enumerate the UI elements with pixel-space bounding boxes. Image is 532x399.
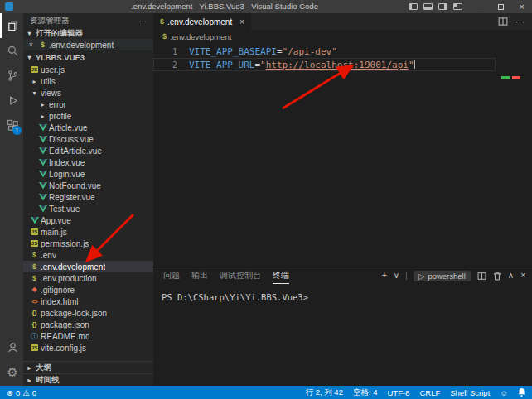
indentation-status[interactable]: 空格: 4 [353,387,378,398]
tree-item-EditArticle.vue[interactable]: EditArticle.vue [23,145,153,156]
tree-item-App.vue[interactable]: App.vue [23,214,153,226]
tab-debug-console[interactable]: 调试控制台 [220,267,261,284]
open-editor-item[interactable]: × $ .env.development [23,39,153,50]
new-terminal-icon[interactable]: + [382,272,387,280]
tree-item-README.md[interactable]: ⓘREADME.md [23,330,153,342]
tree-item-profile[interactable]: ▸profile [23,110,153,122]
vue-file-icon [36,171,49,178]
toggle-secondary-sidebar-icon[interactable] [438,3,447,10]
tree-item-package-lock.json[interactable]: {}package-lock.json [23,307,153,319]
tree-item-user.js[interactable]: JSuser.js [23,64,153,75]
terminal-output[interactable]: PS D:\CSharp\Yi\Yi.BBS.Vue3> [153,284,532,302]
tree-item-Login.vue[interactable]: Login.vue [23,168,153,180]
shell-file-icon: $ [160,18,164,26]
env-key: VITE_APP_BASEAPI [189,46,277,57]
tree-item-NotFound.vue[interactable]: NotFound.vue [23,180,153,191]
tree-item-permission.js[interactable]: JSpermission.js [23,238,153,249]
tree-item-Discuss.vue[interactable]: Discuss.vue [23,133,153,145]
tree-item-Index.vue[interactable]: Index.vue [23,156,153,168]
code-area[interactable]: 1 VITE_APP_BASEAPI="/api-dev" 2 VITE_APP… [153,43,532,71]
tree-item-.env.production[interactable]: $.env.production [23,272,153,284]
env-value: "/api-dev" [283,46,337,57]
more-actions-icon[interactable]: ⋯ [515,17,525,27]
account-icon[interactable] [0,334,23,359]
more-actions-icon[interactable]: ⋯ [139,17,148,26]
vue-file-icon [36,205,49,213]
sidebar-title: 资源管理器 [30,16,70,26]
tab-terminal[interactable]: 终端 [273,267,289,284]
settings-gear-icon[interactable]: ⚙ [0,359,23,384]
activity-bar: 1 ⚙ [0,13,23,386]
readme-file-icon: ⓘ [28,333,41,340]
chevron-down-icon[interactable]: ∨ [394,272,399,280]
extensions-icon[interactable]: 1 [0,113,23,137]
bell-icon[interactable] [518,388,525,397]
outline-section-header[interactable]: ▸ 大纲 [23,361,153,373]
problems-status[interactable]: ⊗ 0 ⚠ 0 [7,388,36,397]
status-right: 行 2, 列 42 空格: 4 UTF-8 CRLF Shell Script … [306,387,525,398]
timeline-section-header[interactable]: ▸ 时间线 [23,373,153,386]
breadcrumb[interactable]: $ .env.development [153,30,532,43]
env-key: VITE_APP_URL [189,60,254,70]
tree-item-views[interactable]: ▾views [23,87,153,99]
toggle-sidebar-icon[interactable] [409,3,418,10]
search-icon[interactable] [0,38,23,63]
source-control-icon[interactable] [0,63,23,88]
tree-item-.env.development[interactable]: $.env.development [23,261,153,272]
close-panel-icon[interactable]: × [520,272,525,280]
code-line-1: 1 VITE_APP_BASEAPI="/api-dev" [153,45,496,58]
api-url-link[interactable]: http://localhost:19001/api [266,60,409,70]
tab-output[interactable]: 输出 [191,267,208,284]
panel-actions: + ∨ ▷ powershell ∧ × [382,271,525,281]
window-controls: × [470,0,532,13]
toggle-panel-icon[interactable] [423,3,433,10]
maximize-panel-icon[interactable]: ∧ [508,272,514,280]
split-terminal-icon[interactable] [477,272,486,281]
tab-problems[interactable]: 问题 [163,267,180,284]
tree-item-.env[interactable]: $.env [23,249,153,261]
explorer-icon[interactable] [0,13,23,38]
project-root-header[interactable]: ▾ YI.BBS.VUE3 [23,50,153,64]
vue-file-icon [36,194,49,201]
terminal-shell-selector[interactable]: ▷ powershell [414,271,471,281]
extension-ticker-indicator [501,76,520,79]
customize-layout-icon[interactable] [453,3,462,10]
tree-item-index.html[interactable]: <>index.html [23,296,153,307]
tree-item-error[interactable]: ▸error [23,99,153,110]
feedback-icon[interactable]: ☺ [500,388,508,397]
close-icon[interactable]: × [26,41,36,49]
tree-item-utils[interactable]: ▸utils [23,75,153,87]
chevron-right-icon: ▸ [36,113,49,120]
run-debug-icon[interactable] [0,88,23,113]
tree-item-main.js[interactable]: JSmain.js [23,226,153,238]
terminal-prompt: PS D:\CSharp\Yi\Yi.BBS.Vue3> [162,292,308,302]
language-mode[interactable]: Shell Script [450,388,490,397]
kill-terminal-icon[interactable] [493,272,501,281]
tree-item-package.json[interactable]: {}package.json [23,319,153,330]
vscode-window: .env.development - Yi.BBS.Vue3 - Visual … [0,0,532,399]
chevron-down-icon: ▾ [23,30,36,37]
tree-item-Test.vue[interactable]: Test.vue [23,203,153,214]
chevron-right-icon: ▸ [28,78,41,85]
editor-area: $ .env.development × ⋯ $ .env.developmen… [153,13,532,267]
tree-item-.gitignore[interactable]: ◆.gitignore [23,284,153,296]
open-editors-header[interactable]: ▾ 打开的编辑器 [23,28,153,39]
file-tree: JSuser.js▸utils▾views▸error▸profileArtic… [23,64,153,353]
eol-status[interactable]: CRLF [419,388,440,397]
tree-item-Article.vue[interactable]: Article.vue [23,122,153,133]
vue-file-icon [36,182,49,190]
minimize-button[interactable] [470,0,491,13]
cursor-position[interactable]: 行 2, 列 42 [306,387,343,398]
code-line-2: 2 VITE_APP_URL="http://localhost:19001/a… [153,58,496,71]
warning-icon: ⚠ [22,388,30,397]
split-editor-icon[interactable] [498,17,508,26]
git-file-icon: ◆ [28,286,41,293]
status-left: ⊗ 0 ⚠ 0 [7,388,36,397]
tab-env-development[interactable]: $ .env.development × [153,13,251,30]
tree-item-vite.config.js[interactable]: JSvite.config.js [23,342,153,353]
close-button[interactable]: × [511,0,532,13]
close-icon[interactable]: × [239,17,244,26]
tree-item-Register.vue[interactable]: Register.vue [23,191,153,203]
encoding-status[interactable]: UTF-8 [388,388,410,397]
maximize-button[interactable] [491,0,511,13]
